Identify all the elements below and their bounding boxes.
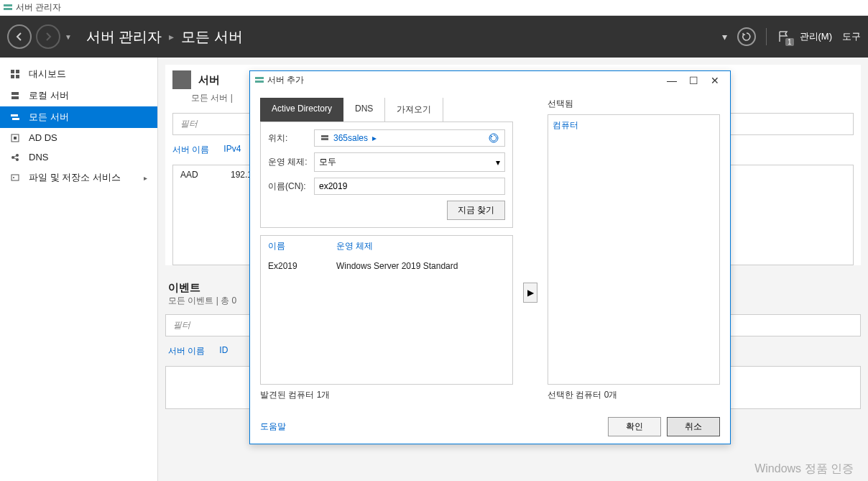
storage-icon: [10, 173, 23, 183]
name-label: 이름(CN):: [268, 180, 314, 193]
found-count: 발견된 컴퓨터 1개: [260, 389, 513, 401]
app-icon: [3, 3, 13, 13]
svg-rect-19: [255, 77, 264, 79]
svg-rect-2: [11, 70, 14, 73]
selected-label: 선택됨: [548, 98, 720, 110]
dashboard-icon: [10, 69, 23, 79]
dialog-tabs: Active Directory DNS 가져오기: [260, 98, 513, 122]
breadcrumb: 서버 관리자 ▸ 모든 서버: [86, 27, 722, 47]
tab-dns[interactable]: DNS: [343, 98, 385, 122]
sidebar-item-local-server[interactable]: 로컬 서버: [0, 85, 157, 106]
dialog-icon: [254, 75, 264, 86]
svg-point-18: [13, 177, 14, 178]
add-server-dialog: 서버 추가 — ☐ ✕ Active Directory DNS 가져오기 위치…: [249, 70, 731, 444]
dropdown-icon[interactable]: ▾: [722, 31, 727, 42]
server-icon: [10, 91, 23, 101]
sidebar-item-label: DNS: [29, 152, 48, 162]
results-list: 이름 운영 체제 Ex2019 Windows Server 2019 Stan…: [260, 235, 513, 385]
svg-rect-5: [16, 75, 19, 78]
name-input[interactable]: [314, 178, 505, 195]
refresh-button[interactable]: [737, 27, 756, 46]
col-name[interactable]: 이름: [268, 240, 336, 252]
sidebar-item-file-storage[interactable]: 파일 및 저장소 서비스 ▸: [0, 167, 157, 188]
sidebar-item-all-servers[interactable]: 모든 서버: [0, 106, 157, 128]
folder-icon: [320, 134, 329, 142]
svg-rect-21: [321, 135, 328, 137]
sidebar-item-adds[interactable]: AD DS: [0, 128, 157, 147]
notifications-count: 1: [785, 38, 794, 46]
sidebar-item-label: 파일 및 저장소 서비스: [29, 171, 121, 184]
sidebar-item-label: 로컬 서버: [29, 89, 69, 102]
svg-rect-7: [11, 96, 19, 99]
minimize-button[interactable]: —: [661, 75, 683, 86]
help-link[interactable]: 도움말: [260, 421, 286, 433]
notifications-flag-icon[interactable]: 1: [777, 30, 790, 43]
svg-rect-17: [11, 175, 19, 180]
col-os[interactable]: 운영 체제: [336, 240, 373, 252]
tab-active-directory[interactable]: Active Directory: [260, 98, 343, 122]
sidebar-item-dashboard[interactable]: 대시보드: [0, 63, 157, 85]
svg-rect-9: [12, 118, 19, 120]
servers-icon: [10, 112, 23, 122]
location-value: 365sales: [333, 133, 368, 143]
separator: [766, 28, 767, 45]
svg-rect-20: [255, 81, 264, 83]
nav-dropdown-icon[interactable]: ▼: [65, 33, 72, 41]
svg-rect-0: [4, 4, 12, 6]
os-select[interactable]: 모두 ▾: [314, 152, 505, 172]
location-refresh-icon[interactable]: [489, 133, 499, 143]
col-server-name[interactable]: 서버 이름: [172, 144, 209, 156]
svg-rect-3: [16, 70, 19, 73]
window-title-bar: 서버 관리자: [0, 0, 868, 16]
ok-button[interactable]: 확인: [608, 417, 661, 436]
tab-import[interactable]: 가져오기: [385, 98, 443, 122]
search-now-button[interactable]: 지금 찾기: [447, 201, 505, 220]
svg-rect-6: [11, 92, 19, 95]
tools-menu[interactable]: 도구: [842, 30, 861, 43]
breadcrumb-current[interactable]: 모든 서버: [181, 27, 243, 47]
windows-activation-watermark: Windows 정품 인증: [754, 462, 854, 477]
os-label: 운영 체제:: [268, 156, 314, 168]
svg-rect-1: [4, 8, 12, 10]
svg-rect-8: [11, 114, 18, 116]
servers-panel-title: 서버: [198, 73, 220, 87]
col-server-name[interactable]: 서버 이름: [168, 345, 205, 357]
chevron-right-icon: ▸: [372, 133, 377, 143]
back-button[interactable]: [7, 24, 32, 49]
dns-icon: [10, 152, 23, 162]
result-name: Ex2019: [268, 261, 336, 271]
sidebar: 대시보드 로컬 서버 모든 서버 AD DS DNS 파일 및 저장소 서비스 …: [0, 58, 158, 481]
result-row[interactable]: Ex2019 Windows Server 2019 Standard: [261, 257, 512, 275]
adds-icon: [10, 133, 23, 143]
result-os: Windows Server 2019 Standard: [336, 261, 458, 271]
chevron-down-icon: ▾: [496, 157, 500, 168]
svg-rect-22: [321, 138, 328, 140]
col-ipv4[interactable]: IPv4: [223, 144, 241, 156]
selected-header: 컴퓨터: [553, 120, 578, 130]
svg-rect-11: [14, 137, 17, 139]
forward-button[interactable]: [36, 24, 60, 49]
header: ▼ 서버 관리자 ▸ 모든 서버 ▾ 1 관리(M) 도구: [0, 16, 868, 58]
sidebar-item-label: AD DS: [29, 132, 57, 143]
location-picker[interactable]: 365sales ▸: [314, 129, 505, 147]
sidebar-item-dns[interactable]: DNS: [0, 147, 157, 167]
sidebar-item-label: 대시보드: [29, 68, 66, 81]
maximize-button[interactable]: ☐: [683, 75, 704, 86]
selected-count: 선택한 컴퓨터 0개: [548, 389, 720, 401]
cancel-button[interactable]: 취소: [667, 417, 720, 436]
selected-list[interactable]: 컴퓨터: [548, 114, 720, 385]
servers-panel-icon: [172, 70, 191, 89]
col-id[interactable]: ID: [219, 345, 228, 357]
location-label: 위치:: [268, 132, 314, 145]
app-title: 서버 관리자: [16, 1, 61, 14]
sidebar-item-label: 모든 서버: [29, 111, 69, 124]
add-to-selection-button[interactable]: ▶: [523, 283, 537, 303]
server-name: AAD: [180, 170, 216, 180]
breadcrumb-root[interactable]: 서버 관리자: [86, 27, 162, 47]
svg-rect-4: [11, 75, 14, 78]
os-value: 모두: [319, 156, 336, 168]
manage-menu[interactable]: 관리(M): [800, 30, 833, 43]
dialog-title-bar: 서버 추가 — ☐ ✕: [250, 71, 730, 89]
breadcrumb-separator-icon: ▸: [169, 31, 174, 42]
close-button[interactable]: ✕: [704, 75, 726, 86]
